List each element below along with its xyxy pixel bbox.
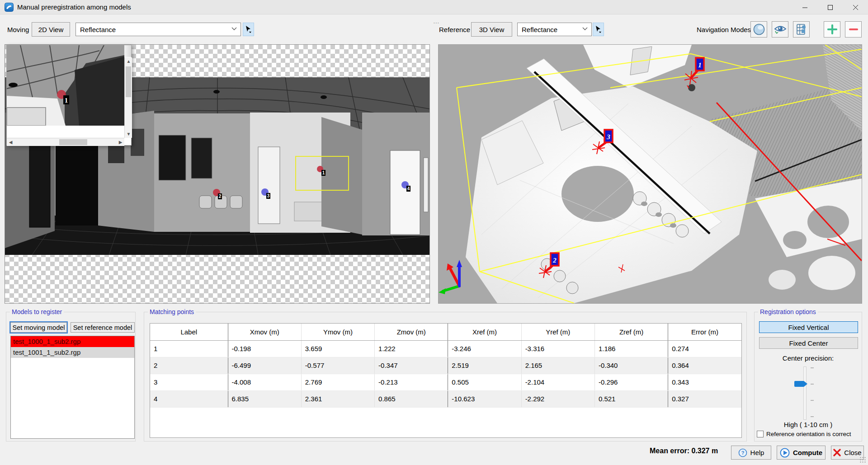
table-cell[interactable]: 0.364 [668, 357, 741, 374]
column-header[interactable]: Yref (m) [521, 324, 594, 340]
svg-text:1: 1 [322, 170, 325, 175]
table-cell[interactable]: -2.292 [521, 390, 594, 407]
table-cell[interactable]: 2 [150, 357, 228, 374]
table-cell[interactable]: 2.769 [301, 374, 374, 390]
add-point-button[interactable] [824, 21, 840, 38]
table-cell[interactable]: -10.623 [448, 390, 521, 407]
zoom-horizontal-scrollbar[interactable]: ◀ ▶ [7, 138, 124, 146]
table-cell[interactable]: 2.165 [521, 357, 594, 374]
column-header[interactable]: Zref (m) [594, 324, 668, 340]
remove-point-button[interactable] [845, 21, 862, 38]
fixed-vertical-button[interactable]: Fixed Vertical [759, 321, 858, 333]
table-cell[interactable]: -4.008 [228, 374, 301, 390]
moving-view-toggle-button[interactable]: 2D View [32, 22, 70, 37]
close-x-icon [833, 449, 841, 456]
close-window-button[interactable] [843, 0, 868, 14]
table-cell[interactable]: -2.104 [521, 374, 594, 390]
set-reference-model-button[interactable]: Set reference model [71, 322, 135, 333]
zoom-vertical-scrollbar[interactable]: ▲ ▼ [124, 57, 132, 138]
table-cell[interactable]: 0.274 [668, 340, 741, 357]
scroll-up-icon[interactable]: ▲ [125, 57, 132, 65]
table-cell[interactable]: -3.316 [521, 340, 594, 357]
nav-mode-sphere-button[interactable] [750, 21, 767, 38]
table-row[interactable]: 46.8352.3610.865-10.623-2.2920.5210.327 [150, 390, 741, 407]
column-header[interactable]: Error (m) [668, 324, 741, 340]
table-row[interactable]: 2-6.499-0.577-0.3472.5192.165-0.3400.364 [150, 357, 741, 374]
table-cell[interactable]: -0.340 [594, 357, 668, 374]
viewport-3d-reference[interactable]: 1 3 2 [438, 44, 862, 304]
help-button[interactable]: ? Help [731, 446, 771, 460]
table-cell[interactable]: 4 [150, 390, 228, 407]
reference-orientation-checkbox-row[interactable]: Reference orientation is correct [757, 431, 851, 437]
compute-button[interactable]: Compute [777, 446, 826, 460]
table-cell[interactable]: -3.246 [448, 340, 521, 357]
svg-text:4: 4 [407, 186, 410, 191]
table-cell[interactable]: 1.222 [375, 340, 448, 357]
table-row[interactable]: 3-4.0082.769-0.2130.505-2.104-0.2960.343 [150, 374, 741, 390]
matching-points-table[interactable]: Label Xmov (m) Ymov (m) Zmov (m) Xref (m… [150, 323, 742, 438]
table-cell[interactable]: 1 [150, 340, 228, 357]
column-header[interactable]: Label [150, 324, 228, 340]
table-cell[interactable]: -0.577 [301, 357, 374, 374]
moving-pick-tool-button[interactable] [243, 23, 254, 36]
svg-text:1: 1 [65, 97, 68, 104]
table-cell[interactable]: 0.505 [448, 374, 521, 390]
resize-grip[interactable] [860, 457, 866, 463]
table-cell[interactable]: 0.865 [375, 390, 448, 407]
horizontal-scroll-thumb[interactable] [59, 139, 87, 145]
pointcloud-scene: 1 3 2 [439, 45, 862, 303]
app-icon [5, 3, 14, 12]
column-header[interactable]: Xref (m) [448, 324, 521, 340]
zoom-view-window[interactable]: Zoom view 1 ▲ ▼ ◀ [6, 45, 132, 146]
nav-mode-map-button[interactable] [793, 21, 810, 38]
table-cell[interactable]: 0.327 [668, 390, 741, 407]
table-cell[interactable]: 6.835 [228, 390, 301, 407]
model-list-item[interactable]: test_1000_1_sub2.rgp [11, 336, 134, 347]
table-cell[interactable]: -0.213 [375, 374, 448, 390]
splitter-handle[interactable]: ⋯ [430, 19, 443, 26]
precision-slider-track[interactable] [803, 366, 807, 420]
viewport-2d-moving[interactable]: 1 2 3 4 Zoom view [5, 44, 430, 304]
model-list-item[interactable]: test_1001_1_sub2.rgp [11, 347, 134, 358]
navigation-modes-label: Navigation Modes [697, 26, 751, 33]
map-walkthrough-icon [795, 23, 808, 36]
compute-button-label: Compute [793, 449, 822, 456]
column-header[interactable]: Ymov (m) [301, 324, 374, 340]
table-cell[interactable]: -0.347 [375, 357, 448, 374]
reference-view-toggle-button[interactable]: 3D View [471, 22, 512, 37]
reference-channel-select[interactable]: Reflectance [517, 23, 592, 36]
table-cell[interactable]: 0.343 [668, 374, 741, 390]
table-cell[interactable]: 1.186 [594, 340, 668, 357]
table-cell[interactable]: 0.521 [594, 390, 668, 407]
set-moving-model-button[interactable]: Set moving model [10, 322, 67, 333]
fixed-center-button[interactable]: Fixed Center [759, 337, 858, 349]
eye-icon [774, 23, 787, 36]
column-header[interactable]: Zmov (m) [375, 324, 448, 340]
compute-play-icon [780, 448, 790, 458]
moving-channel-select[interactable]: Reflectance [75, 23, 241, 36]
plus-icon [827, 24, 837, 34]
minus-icon [849, 24, 859, 34]
vertical-scroll-thumb[interactable] [126, 66, 131, 97]
reference-orientation-checkbox[interactable] [757, 431, 764, 437]
minimize-button[interactable] [792, 0, 817, 14]
scroll-left-icon[interactable]: ◀ [7, 138, 14, 146]
table-cell[interactable]: -0.296 [594, 374, 668, 390]
scroll-down-icon[interactable]: ▼ [125, 130, 132, 138]
nav-mode-eye-button[interactable] [772, 21, 788, 38]
table-cell[interactable]: 2.519 [448, 357, 521, 374]
table-row[interactable]: 1-0.1983.6591.222-3.246-3.3161.1860.274 [150, 340, 741, 357]
table-cell[interactable]: 2.361 [301, 390, 374, 407]
table-cell[interactable]: 3 [150, 374, 228, 390]
table-cell[interactable]: -0.198 [228, 340, 301, 357]
svg-text:3: 3 [267, 193, 270, 198]
close-button[interactable]: Close [831, 446, 864, 460]
maximize-button[interactable] [817, 0, 843, 14]
table-cell[interactable]: 3.659 [301, 340, 374, 357]
model-list[interactable]: test_1000_1_sub2.rgptest_1001_1_sub2.rgp [10, 336, 135, 439]
scroll-right-icon[interactable]: ▶ [117, 138, 124, 146]
table-cell[interactable]: -6.499 [228, 357, 301, 374]
column-header[interactable]: Xmov (m) [228, 324, 301, 340]
reference-pick-tool-button[interactable] [593, 23, 604, 36]
matching-points-body: 1-0.1983.6591.222-3.246-3.3161.1860.2742… [150, 340, 741, 407]
